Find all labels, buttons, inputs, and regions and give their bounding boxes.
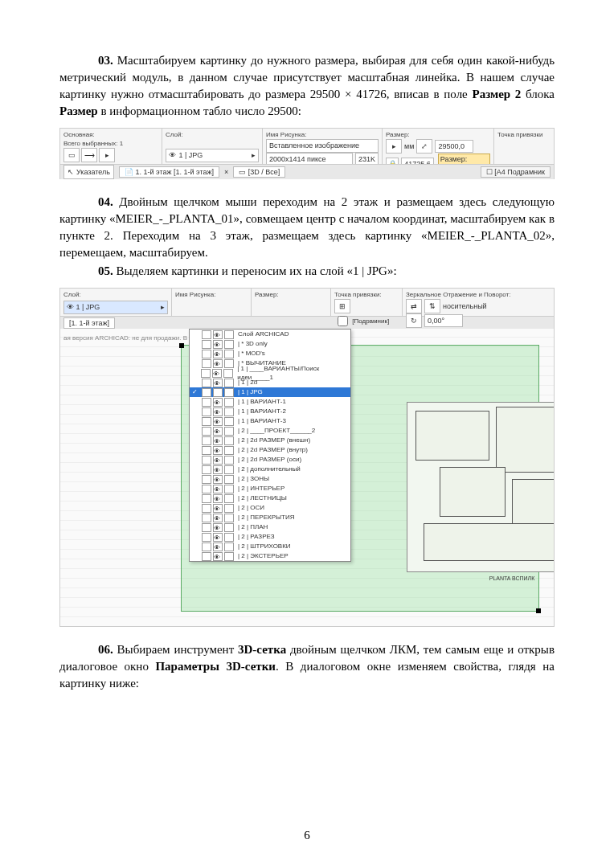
lock-icon[interactable] xyxy=(202,417,211,426)
eye-icon[interactable]: 👁 xyxy=(213,388,223,397)
eye-icon[interactable]: 👁 xyxy=(213,504,223,513)
view-tab-3d[interactable]: ▭ [3D / Все] xyxy=(233,166,285,178)
subframe-checkbox[interactable] xyxy=(338,316,348,326)
layer-popup[interactable]: 👁Слой ARCHICAD👁| * 3D only👁| * MOD's👁| *… xyxy=(189,329,351,562)
wire-icon[interactable] xyxy=(224,388,234,397)
lock-icon[interactable] xyxy=(202,504,211,513)
wire-icon[interactable] xyxy=(224,446,234,455)
layer-row[interactable]: 👁| 2 | ЗОНЫ xyxy=(190,474,350,484)
wire-icon[interactable] xyxy=(224,523,234,532)
eye-icon[interactable]: 👁 xyxy=(212,369,222,378)
layer-dropdown[interactable]: 👁 1 | JPG ▸ xyxy=(166,149,259,162)
view-tab-layout[interactable]: ☐ [A4 Подрамник xyxy=(481,166,551,178)
view-tab-floor1[interactable]: 📄 1. 1-й этаж [1. 1-й этаж] xyxy=(119,166,219,178)
layer-row[interactable]: 👁| 1 | ВАРИАНТ-3 xyxy=(190,416,350,426)
eye-icon[interactable]: 👁 xyxy=(213,379,223,387)
ss2-tab-floor1[interactable]: [1. 1-й этаж] xyxy=(63,317,115,330)
eye-icon[interactable]: 👁 xyxy=(213,523,223,532)
tool-pointer-button[interactable]: ↖Указатель xyxy=(63,165,114,179)
wire-icon[interactable] xyxy=(224,407,234,416)
eye-icon[interactable]: 👁 xyxy=(213,446,223,455)
lock-icon[interactable] xyxy=(202,542,211,551)
wire-icon[interactable] xyxy=(224,340,234,349)
lock-icon[interactable] xyxy=(202,436,211,445)
lock-icon[interactable] xyxy=(202,350,211,358)
lock-icon[interactable] xyxy=(202,552,211,561)
wire-icon[interactable] xyxy=(224,533,234,542)
layer-row[interactable]: ✓👁| 1 | JPG xyxy=(190,387,350,397)
eye-icon[interactable]: 👁 xyxy=(213,398,223,407)
rotation-input[interactable]: 0,00° xyxy=(424,314,463,328)
lock-icon[interactable] xyxy=(202,340,211,349)
lock-icon[interactable] xyxy=(202,514,211,522)
lock-icon[interactable] xyxy=(202,465,211,474)
layer-row[interactable]: 👁| 2 | 2d РАЗМЕР (внешн) xyxy=(190,436,350,445)
lock-icon[interactable] xyxy=(202,446,211,455)
rotate-icon[interactable]: ↻ xyxy=(406,313,422,328)
wire-icon[interactable] xyxy=(224,330,234,339)
lock-icon[interactable] xyxy=(202,427,211,436)
eye-icon[interactable]: 👁 xyxy=(213,485,223,493)
wire-icon[interactable] xyxy=(224,398,234,407)
eye-icon[interactable]: 👁 xyxy=(213,552,223,561)
eye-icon[interactable]: 👁 xyxy=(213,350,223,358)
eye-icon[interactable]: 👁 xyxy=(213,427,223,436)
layer-row[interactable]: 👁| * 3D only xyxy=(190,339,350,349)
eye-icon[interactable]: 👁 xyxy=(213,330,223,339)
wire-icon[interactable] xyxy=(224,504,234,513)
wire-icon[interactable] xyxy=(224,379,234,387)
layer-row[interactable]: 👁| 2 | ЭКСТЕРЬЕР xyxy=(190,551,350,561)
eye-icon[interactable]: 👁 xyxy=(213,514,223,522)
eye-icon[interactable]: 👁 xyxy=(213,359,223,368)
tool-button[interactable]: ▸ xyxy=(99,148,115,162)
tab-close-icon[interactable]: × xyxy=(224,167,228,178)
layer-row[interactable]: 👁| 2 | ЛЕСТНИЦЫ xyxy=(190,493,350,503)
layer-row[interactable]: 👁| 2 | ____ПРОЕКТ______2 xyxy=(190,426,350,436)
size-toggle-icon[interactable]: ▸ xyxy=(386,139,402,154)
eye-icon[interactable]: 👁 xyxy=(213,407,223,416)
wire-icon[interactable] xyxy=(224,456,234,465)
lock-icon[interactable] xyxy=(202,533,211,542)
layer-row[interactable]: 👁| 2 | ШТРИХОВКИ xyxy=(190,542,350,551)
wire-icon[interactable] xyxy=(224,514,234,522)
eye-icon[interactable]: 👁 xyxy=(213,475,223,484)
eye-icon[interactable]: 👁 xyxy=(213,417,223,426)
lock-icon[interactable] xyxy=(202,330,211,339)
layer-row[interactable]: 👁| 2 | 2d РАЗМЕР (внутр) xyxy=(190,445,350,455)
layer-row[interactable]: 👁| 2 | ПЛАН xyxy=(190,522,350,532)
tool-button[interactable]: ▭ xyxy=(63,148,80,162)
image-name-field[interactable]: Вставленное изображение xyxy=(266,139,379,153)
eye-icon[interactable]: 👁 xyxy=(213,533,223,542)
lock-icon[interactable] xyxy=(202,407,211,416)
anchor-grid-icon[interactable]: ⊞ xyxy=(334,299,350,313)
mirror-v-icon[interactable]: ⇅ xyxy=(424,299,440,313)
layer-row[interactable]: 👁| 2 | 2d РАЗМЕР (оси) xyxy=(190,455,350,465)
wire-icon[interactable] xyxy=(224,475,234,484)
lock-icon[interactable] xyxy=(202,523,211,532)
layer-row[interactable]: 👁| 1 | ____ВАРИАНТЫ/Поиск идеи_____1 xyxy=(190,368,350,378)
layer-row[interactable]: 👁| 1 | ВАРИАНТ-2 xyxy=(190,407,350,416)
lock-icon[interactable] xyxy=(201,369,211,378)
eye-icon[interactable]: 👁 xyxy=(213,542,223,551)
lock-icon[interactable] xyxy=(202,379,211,387)
wire-icon[interactable] xyxy=(223,369,233,378)
ss2-layer-dropdown[interactable]: 👁 1 | JPG ▸ xyxy=(63,301,168,314)
eye-icon[interactable]: 👁 xyxy=(213,340,223,349)
wire-icon[interactable] xyxy=(224,427,234,436)
drawing-canvas[interactable]: ая версия ARCHICAD: не для продажи. В по… xyxy=(60,329,554,626)
lock-icon[interactable] xyxy=(202,398,211,407)
lock-icon[interactable] xyxy=(202,485,211,493)
wire-icon[interactable] xyxy=(224,359,234,368)
wire-icon[interactable] xyxy=(224,350,234,358)
layer-row[interactable]: 👁| 2 | дополнительный xyxy=(190,465,350,474)
lock-icon[interactable] xyxy=(202,475,211,484)
layer-row[interactable]: 👁| 2 | ИНТЕРЬЕР xyxy=(190,484,350,493)
mirror-h-icon[interactable]: ⇄ xyxy=(406,299,422,313)
size-icon[interactable]: ⤢ xyxy=(416,139,432,154)
layer-row[interactable]: 👁| * MOD's xyxy=(190,349,350,358)
wire-icon[interactable] xyxy=(224,465,234,474)
eye-icon[interactable]: 👁 xyxy=(213,494,223,503)
lock-icon[interactable] xyxy=(202,388,211,397)
lock-icon[interactable] xyxy=(202,456,211,465)
size-1-input[interactable]: 29500,0 xyxy=(435,140,473,154)
